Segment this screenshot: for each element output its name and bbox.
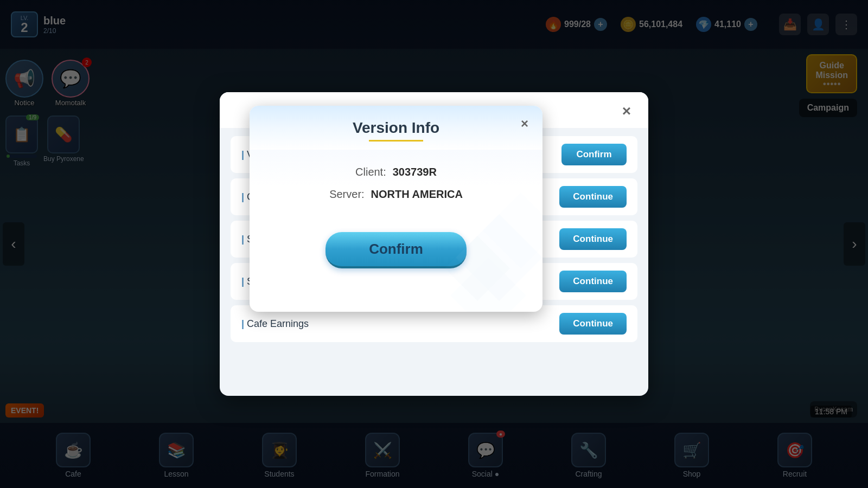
version-modal-title: Version Info <box>266 119 526 137</box>
coupon-continue-button[interactable]: Continue <box>559 186 627 208</box>
cafe-row-label: Cafe Earnings <box>241 318 309 330</box>
server-label: Server: <box>329 188 364 201</box>
svg-marker-0 <box>456 214 542 301</box>
store2-continue-button[interactable]: Continue <box>559 271 627 292</box>
client-value: 303739R <box>393 166 437 178</box>
server-info-row: Server: NORTH AMERICA <box>271 188 521 201</box>
version-info-modal: Version Info × Client: 303739R Server: N… <box>250 106 542 312</box>
svg-marker-3 <box>450 258 526 312</box>
cafe-continue-button[interactable]: Continue <box>559 313 627 335</box>
account-close-button[interactable]: × <box>616 100 637 122</box>
version-close-button[interactable]: × <box>515 114 534 133</box>
server-value: NORTH AMERICA <box>371 188 463 201</box>
version-confirm-button[interactable]: Confirm <box>561 144 627 165</box>
version-modal-body: Client: 303739R Server: NORTH AMERICA <box>250 150 542 221</box>
client-info-row: Client: 303739R <box>271 166 521 178</box>
version-confirm-btn[interactable]: Confirm <box>326 232 467 268</box>
version-title-underline <box>369 140 423 142</box>
modal-overlay: Account × Version Confirm Coupon Continu… <box>0 0 868 488</box>
version-modal-header: Version Info <box>250 106 542 150</box>
client-label: Client: <box>355 166 386 178</box>
store1-continue-button[interactable]: Continue <box>559 228 627 250</box>
